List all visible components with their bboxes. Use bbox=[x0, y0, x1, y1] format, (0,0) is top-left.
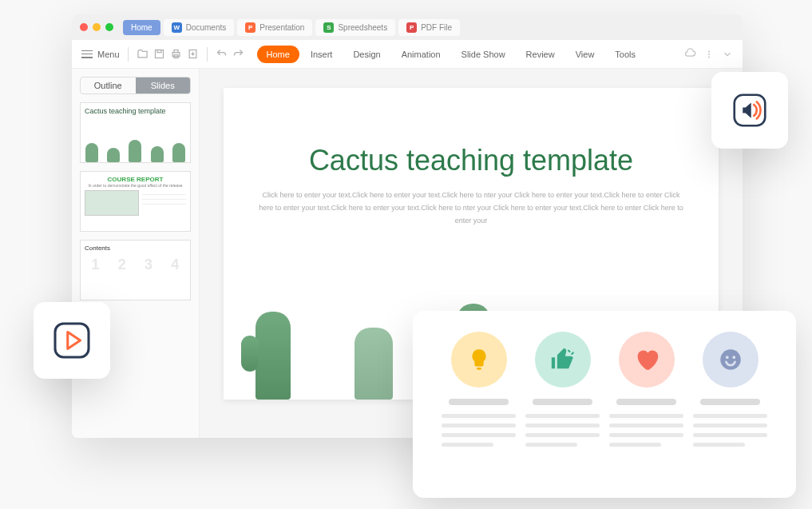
svg-point-14 bbox=[732, 356, 735, 359]
spreadsheets-icon: S bbox=[323, 22, 334, 33]
tab-documents[interactable]: W Documents bbox=[164, 19, 235, 36]
ribbon-tab-home[interactable]: Home bbox=[257, 46, 299, 63]
more-icon[interactable] bbox=[704, 50, 714, 59]
slide-panel: Outline Slides Cactus teaching template … bbox=[72, 69, 200, 438]
stat-circle bbox=[451, 332, 507, 388]
window-controls bbox=[80, 23, 113, 31]
slide-body-text: Click here to enter your text.Click here… bbox=[248, 189, 695, 228]
tab-spreadsheets[interactable]: S Spreedsheets bbox=[315, 19, 395, 36]
tab-label: Spreedsheets bbox=[338, 23, 387, 32]
pdf-icon: P bbox=[406, 22, 417, 33]
panel-tab-slides[interactable]: Slides bbox=[136, 78, 191, 93]
menu-label[interactable]: Menu bbox=[97, 50, 120, 59]
speaker-icon bbox=[727, 88, 772, 133]
svg-rect-3 bbox=[174, 50, 178, 53]
divider bbox=[128, 47, 129, 62]
maximize-icon[interactable] bbox=[105, 23, 113, 31]
svg-rect-0 bbox=[155, 50, 163, 58]
stat-smile bbox=[688, 332, 772, 447]
tab-label: Presentation bbox=[259, 23, 304, 32]
slide-title: Cactus teaching template bbox=[248, 144, 695, 177]
placeholder-lines bbox=[437, 399, 521, 447]
divider bbox=[207, 47, 208, 62]
speaker-card[interactable] bbox=[711, 72, 788, 149]
svg-point-7 bbox=[708, 54, 710, 55]
thumb-title: Contents bbox=[85, 245, 186, 252]
redo-icon[interactable] bbox=[232, 48, 244, 60]
slide-thumb-3[interactable]: Contents 1 2 3 4 bbox=[80, 240, 191, 300]
documents-icon: W bbox=[172, 22, 182, 33]
panel-tabs: Outline Slides bbox=[80, 77, 191, 94]
tab-label: Documents bbox=[186, 23, 227, 32]
ribbon-tab-view[interactable]: View bbox=[566, 46, 604, 63]
panel-tab-outline[interactable]: Outline bbox=[81, 78, 136, 93]
tab-label: PDF File bbox=[421, 23, 452, 32]
presentation-icon: P bbox=[245, 22, 255, 33]
cactus-graphic bbox=[81, 138, 190, 162]
svg-point-6 bbox=[708, 50, 710, 52]
svg-point-8 bbox=[708, 56, 710, 58]
play-card[interactable] bbox=[34, 302, 110, 379]
open-icon[interactable] bbox=[137, 48, 149, 60]
stat-heart bbox=[604, 332, 688, 447]
thumb-body bbox=[85, 190, 186, 216]
ribbon-tab-animation[interactable]: Animation bbox=[392, 46, 450, 63]
tab-home[interactable]: Home bbox=[123, 20, 160, 35]
tab-presentation[interactable]: P Presentation bbox=[237, 19, 312, 36]
stats-card bbox=[413, 311, 796, 498]
stat-circle bbox=[535, 332, 591, 388]
print-icon[interactable] bbox=[170, 48, 182, 60]
minimize-icon[interactable] bbox=[93, 23, 101, 31]
ribbon: Menu Home Insert Design Animation Slide … bbox=[72, 40, 743, 69]
play-icon bbox=[50, 318, 94, 363]
stat-lightbulb bbox=[437, 332, 521, 447]
ribbon-tab-insert[interactable]: Insert bbox=[301, 46, 343, 63]
ribbon-tab-tools[interactable]: Tools bbox=[605, 46, 645, 63]
ribbon-tab-design[interactable]: Design bbox=[343, 46, 390, 63]
svg-rect-1 bbox=[157, 50, 161, 53]
stat-circle bbox=[619, 332, 675, 388]
ribbon-tab-slideshow[interactable]: Slide Show bbox=[452, 46, 515, 63]
save-icon[interactable] bbox=[153, 48, 165, 60]
thumb-title: Cactus teaching template bbox=[85, 107, 186, 115]
slide-thumb-2[interactable]: COURSE REPORT In order to demonstrate th… bbox=[80, 171, 191, 232]
smile-icon bbox=[717, 346, 744, 373]
placeholder-lines bbox=[521, 399, 604, 447]
stat-thumbsup bbox=[521, 332, 604, 447]
ribbon-tab-review[interactable]: Review bbox=[517, 46, 564, 63]
hamburger-icon[interactable] bbox=[81, 50, 93, 58]
svg-rect-10 bbox=[55, 324, 89, 357]
ribbon-tabs: Home Insert Design Animation Slide Show … bbox=[257, 46, 646, 63]
thumb-title: COURSE REPORT bbox=[85, 176, 186, 183]
svg-point-12 bbox=[720, 349, 741, 370]
svg-point-13 bbox=[725, 356, 728, 359]
placeholder-lines bbox=[688, 399, 772, 447]
slide-thumb-1[interactable]: Cactus teaching template bbox=[80, 102, 191, 163]
lightbulb-icon bbox=[465, 346, 493, 373]
close-icon[interactable] bbox=[80, 23, 88, 31]
export-icon[interactable] bbox=[187, 48, 199, 60]
thumb-numbers: 1 2 3 4 bbox=[85, 256, 186, 273]
undo-icon[interactable] bbox=[216, 48, 228, 60]
tab-label: Home bbox=[131, 23, 152, 32]
chevron-down-icon[interactable] bbox=[722, 49, 733, 60]
heart-icon bbox=[633, 346, 660, 373]
svg-rect-11 bbox=[477, 368, 481, 370]
thumb-subtitle: In order to demonstrate the good effect … bbox=[85, 183, 186, 188]
tab-pdf[interactable]: P PDF File bbox=[398, 19, 460, 36]
stat-circle bbox=[703, 332, 759, 388]
cloud-icon[interactable] bbox=[684, 48, 696, 60]
titlebar: Home W Documents P Presentation S Spreed… bbox=[72, 14, 743, 40]
thumbs-up-icon bbox=[549, 346, 576, 373]
placeholder-lines bbox=[604, 399, 688, 447]
